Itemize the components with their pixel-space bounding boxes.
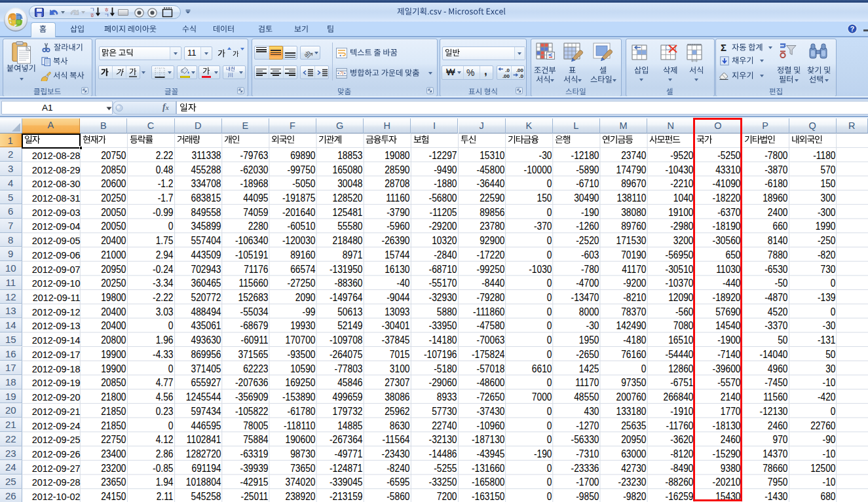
svg-text:?: ? — [850, 25, 854, 33]
svg-text:ab: ab — [303, 49, 312, 58]
svg-text:.00: .00 — [502, 73, 510, 79]
svg-text:.0: .0 — [505, 67, 510, 73]
svg-text:.0: .0 — [519, 73, 523, 79]
svg-text:.00: .00 — [516, 67, 524, 73]
